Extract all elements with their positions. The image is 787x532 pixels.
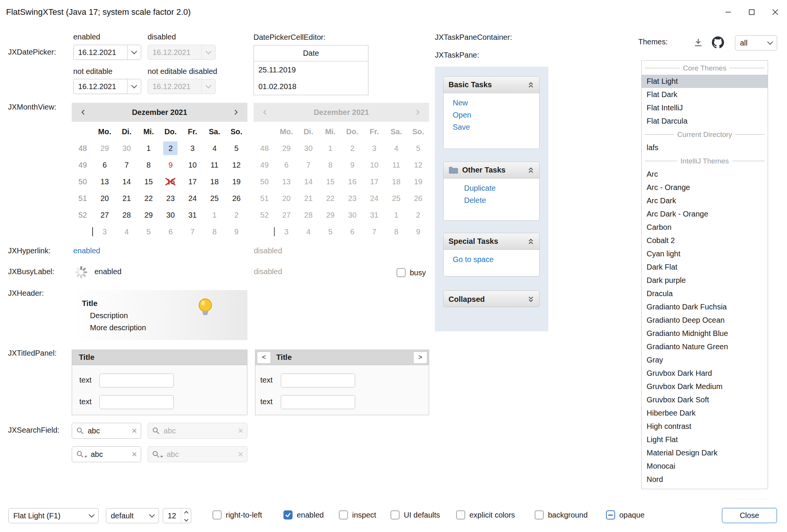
calendar-day[interactable]: 13	[94, 173, 116, 190]
theme-list-item[interactable]: Gruvbox Dark Hard	[642, 367, 768, 380]
checkbox-box[interactable]	[456, 510, 465, 519]
calendar-day[interactable]: 30	[160, 207, 182, 223]
calendar-day[interactable]: 24	[181, 190, 203, 207]
taskpane-link[interactable]: Open	[453, 111, 539, 119]
calendar-day[interactable]: 27	[94, 207, 116, 223]
download-themes-button[interactable]	[692, 36, 704, 49]
datepicker-dropdown-button[interactable]	[127, 79, 141, 94]
theme-list-item[interactable]: Dark Flat	[642, 261, 768, 274]
theme-list-item[interactable]: Gradianto Midnight Blue	[642, 327, 768, 340]
taskpane-link[interactable]: Go to space	[453, 255, 539, 264]
checkbox-enabled[interactable]: enabled	[283, 510, 324, 519]
calendar-day[interactable]: 7	[181, 223, 203, 240]
taskpane-header[interactable]: Other Tasks	[444, 162, 539, 179]
spinner-value[interactable]: 12	[163, 508, 181, 523]
spinner-up-button[interactable]	[181, 508, 191, 516]
taskpane-header[interactable]: Special Tasks	[444, 233, 539, 250]
calendar-day[interactable]: 15	[138, 173, 160, 190]
theme-list-item[interactable]: Hiberbee Dark	[642, 406, 768, 420]
font-combo[interactable]: default	[106, 508, 159, 523]
calendar-day[interactable]: 18	[203, 173, 225, 190]
calendar-day[interactable]: 6	[94, 157, 116, 173]
clear-icon[interactable]: ×	[132, 450, 137, 459]
checkbox-inspect[interactable]: inspect	[339, 510, 376, 519]
calendar-day[interactable]: 11	[203, 157, 225, 173]
calendar-day[interactable]: 6	[160, 223, 182, 240]
theme-list-item[interactable]: Cyan light	[642, 247, 768, 261]
calendar-day[interactable]: 3	[181, 140, 203, 157]
checkbox-box[interactable]	[390, 510, 400, 519]
text-input[interactable]	[99, 373, 174, 388]
theme-list-item[interactable]: Nord	[642, 473, 768, 486]
theme-list-item[interactable]: Arc	[642, 168, 768, 181]
minimize-button[interactable]	[716, 0, 740, 24]
calendar-day[interactable]: 29	[138, 207, 160, 223]
theme-list-item[interactable]: Flat Darcula	[642, 115, 768, 128]
combo-dropdown-button[interactable]	[145, 508, 159, 523]
checkbox-box[interactable]	[339, 510, 348, 519]
checkbox-explicit-colors[interactable]: explicit colors	[456, 510, 515, 519]
calendar-day[interactable]: 4	[116, 223, 138, 240]
calendar-day[interactable]: 1	[138, 140, 160, 157]
theme-list-item[interactable]: Arc - Orange	[642, 181, 768, 194]
panel-next-button[interactable]: >	[413, 352, 427, 364]
next-month-button[interactable]	[229, 106, 242, 119]
text-input[interactable]	[281, 373, 355, 388]
calendar-day[interactable]: 25	[203, 190, 225, 207]
theme-list-item[interactable]: lafs	[642, 141, 768, 154]
calendar-day[interactable]: 2	[160, 140, 182, 157]
calendar-day[interactable]: 21	[116, 190, 138, 207]
theme-list-item[interactable]: Gradianto Nature Green	[642, 340, 768, 353]
search-field-2[interactable]: abc×	[72, 446, 141, 462]
taskpane-link[interactable]: Delete	[464, 196, 539, 205]
theme-list-item[interactable]: Monocai	[642, 460, 768, 473]
search-field-0[interactable]: abc×	[72, 423, 141, 439]
calendar-day[interactable]: 17	[181, 173, 203, 190]
calendar-day[interactable]: 29	[94, 140, 116, 157]
checkbox-right-to-left[interactable]: right-to-left	[212, 510, 262, 519]
close-window-button[interactable]	[763, 0, 787, 24]
theme-list-item[interactable]: Gradianto Deep Ocean	[642, 314, 768, 327]
checkbox-ui-defaults[interactable]: UI defaults	[390, 510, 440, 519]
panel-prev-button[interactable]: <	[257, 352, 271, 364]
calendar-day[interactable]: 5	[225, 140, 247, 157]
theme-list-item[interactable]: Light Flat	[642, 433, 768, 446]
spinner-down-button[interactable]	[181, 516, 191, 523]
calendar-day[interactable]: 12	[225, 157, 247, 173]
datepicker-dropdown-button[interactable]	[127, 45, 141, 60]
theme-list-item[interactable]: Flat IntelliJ	[642, 101, 768, 115]
taskpane-header[interactable]: Basic Tasks	[444, 77, 539, 93]
checkbox-opaque[interactable]: opaque	[606, 510, 645, 519]
calendar-day[interactable]: 2	[225, 207, 247, 223]
clear-icon[interactable]: ×	[132, 426, 137, 435]
combo-dropdown-button[interactable]	[85, 508, 98, 523]
theme-list-item[interactable]: Gradianto Dark Fuchsia	[642, 300, 768, 314]
theme-list-item[interactable]: Gray	[642, 353, 768, 367]
calendar-day[interactable]: 23	[160, 190, 182, 207]
theme-list-item[interactable]: Cobalt 2	[642, 234, 768, 247]
close-button[interactable]: Close	[722, 508, 777, 523]
search-input[interactable]: abc	[88, 427, 128, 435]
calendar-day[interactable]: 1	[203, 207, 225, 223]
calendar-day[interactable]: 16	[160, 173, 182, 190]
calendar-day[interactable]: 28	[116, 207, 138, 223]
datepicker-value[interactable]: 16.12.2021	[74, 48, 127, 57]
calendar-day[interactable]: 7	[116, 157, 138, 173]
theme-list-item[interactable]: Flat Dark	[642, 88, 768, 101]
theme-list-item[interactable]: High contrast	[642, 420, 768, 433]
taskpane-link[interactable]: Save	[453, 123, 539, 132]
text-input[interactable]	[99, 395, 174, 409]
checkbox-background[interactable]: background	[535, 510, 588, 519]
font-size-spinner[interactable]: 12	[163, 508, 191, 523]
taskpane-link[interactable]: Duplicate	[464, 184, 539, 193]
themes-filter-combo[interactable]: all	[735, 35, 777, 50]
checkbox-box[interactable]	[397, 268, 406, 277]
calendar-day[interactable]: 31	[181, 207, 203, 223]
taskpane-link[interactable]: New	[453, 99, 539, 107]
calendar-day[interactable]: 8	[138, 157, 160, 173]
laf-combo[interactable]: Flat Light (F1)	[8, 508, 99, 523]
theme-list-item[interactable]: Material Design Dark	[642, 446, 768, 460]
calendar-day[interactable]: 26	[225, 190, 247, 207]
search-input[interactable]: abc	[91, 450, 128, 459]
github-button[interactable]	[711, 36, 725, 49]
